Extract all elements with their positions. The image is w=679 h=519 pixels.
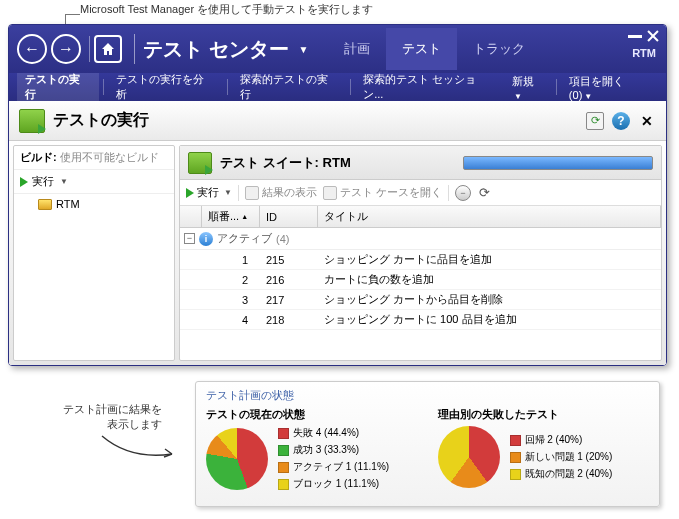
callout-top-text: Microsoft Test Manager を使用して手動テストを実行します [80,2,373,17]
legend-item: ブロック 1 (11.1%) [278,477,389,491]
tree-item-label: RTM [56,198,80,210]
group-label: アクティブ [217,231,272,246]
suite-label: テスト スイート: [220,155,319,170]
callout-left-text: テスト計画に結果を表示します [52,402,162,433]
table-row[interactable]: 3217ショッピング カートから品目を削除 [180,290,661,310]
help-button[interactable]: ? [612,112,630,130]
cell-id: 218 [260,310,318,329]
legend-swatch [278,479,289,490]
forward-button[interactable]: → [51,34,81,64]
table-row[interactable]: 1215ショッピング カートに品目を追加 [180,250,661,270]
suite-header-icon [188,152,212,174]
nav-separator [89,36,90,62]
status-col-current: テストの現在の状態 失敗 4 (44.4%)成功 3 (33.3%)アクティブ … [206,407,418,491]
left-pane: ビルド: 使用不可能なビルド 実行 ▼ RTM [13,145,175,361]
refresh-button[interactable]: ⟳ [586,112,604,130]
legend-label: 回帰 2 (40%) [525,433,583,447]
grid-col-order[interactable]: 順番...▲ [202,206,260,227]
right-pane: テスト スイート: RTM 実行 ▼ 結果の表示 [179,145,662,361]
tab-track[interactable]: トラック [457,28,541,70]
toolbar-run-button[interactable]: 実行 ▼ [186,185,232,200]
pie-current-state [206,428,268,490]
status-col-failed: 理由別の失敗したテスト 回帰 2 (40%)新しい問題 1 (20%)既知の問題… [438,407,650,491]
legend-current-state: 失敗 4 (44.4%)成功 3 (33.3%)アクティブ 1 (11.1%)ブ… [278,426,389,491]
legend-label: ブロック 1 (11.1%) [293,477,379,491]
home-button[interactable] [94,35,122,63]
legend-item: 新しい問題 1 (20%) [510,450,613,464]
cell-title: カートに負の数を追加 [318,270,661,289]
legend-item: アクティブ 1 (11.1%) [278,460,389,474]
page-header: テストの実行 ⟳ ? ✕ [9,101,666,141]
cell-order: 2 [202,270,260,289]
table-row[interactable]: 2216カートに負の数を追加 [180,270,661,290]
legend-swatch [510,452,521,463]
grid-col-id[interactable]: ID [260,206,318,227]
legend-label: 成功 3 (33.3%) [293,443,359,457]
chevron-down-icon: ▼ [60,177,68,186]
tab-test[interactable]: テスト [386,28,457,70]
legend-item: 既知の問題 2 (40%) [510,467,613,481]
play-icon [20,177,28,187]
cell-order: 4 [202,310,260,329]
app-title-dropdown-icon[interactable]: ▼ [299,44,309,55]
content-area: テストの実行 ⟳ ? ✕ ビルド: 使用不可能なビルド 実行 ▼ [9,101,666,365]
legend-swatch [278,428,289,439]
top-tabs: 計画 テスト トラック [328,28,541,70]
cell-order: 1 [202,250,260,269]
status-active-icon: i [199,232,213,246]
pie-failed-reason [438,426,500,488]
grid-col-expand[interactable] [180,206,202,227]
grid-group-row[interactable]: − i アクティブ (4) [180,228,661,250]
play-icon [186,188,194,198]
table-row[interactable]: 4218ショッピング カートに 100 品目を追加 [180,310,661,330]
suite-header: テスト スイート: RTM [180,146,661,180]
suite-name: RTM [323,155,351,170]
build-value: 使用不可能なビルド [60,151,159,163]
titlebar: ← → テスト センター ▼ 計画 テスト トラック RTM [9,25,666,73]
left-run-label: 実行 [32,174,54,189]
legend-swatch [510,435,521,446]
cell-title: ショッピング カートに品目を追加 [318,250,661,269]
legend-item: 回帰 2 (40%) [510,433,613,447]
toolbar-show-results[interactable]: 結果の表示 [245,185,317,200]
app-title[interactable]: テスト センター [143,36,289,63]
tree-item-rtm[interactable]: RTM [14,194,174,214]
status-panel-title: テスト計画の状態 [206,388,649,403]
subnav-new[interactable]: 新規▼ [504,70,552,105]
app-window: ← → テスト センター ▼ 計画 テスト トラック RTM テストの実行 テス… [8,24,667,366]
suite-toolbar: 実行 ▼ 結果の表示 テスト ケースを開く − ⟳ [180,180,661,206]
legend-label: 既知の問題 2 (40%) [525,467,613,481]
cell-title: ショッピング カートに 100 品目を追加 [318,310,661,329]
tab-plan[interactable]: 計画 [328,28,386,70]
cell-id: 217 [260,290,318,309]
collapse-icon[interactable]: − [184,233,195,244]
subnav-open-item[interactable]: 項目を開く (0)▼ [561,70,658,105]
toolbar-open-case[interactable]: テスト ケースを開く [323,185,442,200]
cell-id: 215 [260,250,318,269]
grid-body: 1215ショッピング カートに品目を追加2216カートに負の数を追加3217ショ… [180,250,661,330]
rtm-badge: RTM [632,47,656,59]
callout-arrow [100,434,180,464]
results-icon [245,186,259,200]
minimize-button[interactable] [628,35,642,38]
page-title: テストの実行 [53,110,149,131]
left-run-button[interactable]: 実行 ▼ [14,170,174,194]
grid-col-title[interactable]: タイトル [318,206,661,227]
legend-item: 成功 3 (33.3%) [278,443,389,457]
testcase-icon [323,186,337,200]
legend-label: 新しい問題 1 (20%) [525,450,613,464]
legend-swatch [278,445,289,456]
cell-title: ショッピング カートから品目を削除 [318,290,661,309]
toolbar-refresh-button[interactable]: ⟳ [477,185,493,201]
sub-nav: テストの実行 テストの実行を分析 探索的テストの実行 探索的テスト セッション.… [9,73,666,101]
grid-header: 順番...▲ ID タイトル [180,206,661,228]
close-window-button[interactable] [646,29,660,43]
cell-order: 3 [202,290,260,309]
close-page-button[interactable]: ✕ [638,112,656,130]
legend-swatch [510,469,521,480]
toolbar-stop-button[interactable]: − [455,185,471,201]
folder-icon [38,199,52,210]
back-button[interactable]: ← [17,34,47,64]
legend-failed-reason: 回帰 2 (40%)新しい問題 1 (20%)既知の問題 2 (40%) [510,433,613,481]
window-controls [628,29,660,43]
